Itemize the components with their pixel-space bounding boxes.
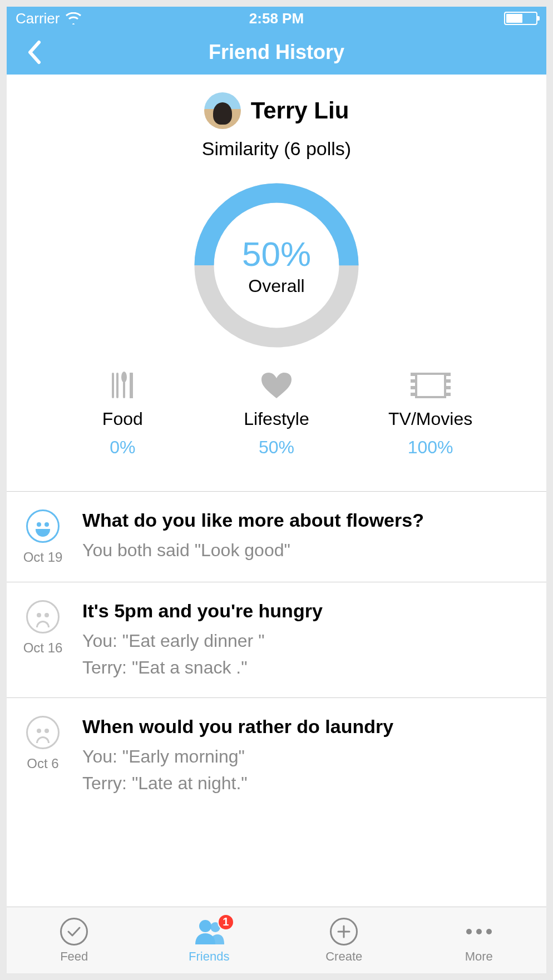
overall-percent: 50% [242, 234, 311, 274]
poll-row[interactable]: Oct 19 What do you like more about flowe… [7, 491, 546, 582]
poll-answer: Terry: "Eat a snack ." [82, 654, 533, 681]
friend-name: Terry Liu [251, 97, 349, 124]
poll-title: It's 5pm and you're hungry [82, 600, 533, 622]
tab-label: Feed [60, 949, 88, 964]
tab-label: Friends [189, 949, 229, 964]
similarity-label: Similarity (6 polls) [7, 138, 546, 160]
tab-create[interactable]: Create [276, 907, 412, 973]
category-value: 100% [408, 437, 453, 458]
svg-rect-2 [112, 373, 114, 398]
sad-face-icon [26, 716, 60, 749]
svg-point-7 [199, 920, 211, 932]
category-label: Lifestyle [244, 409, 309, 429]
status-right [504, 12, 537, 25]
profile-block: Terry Liu Similarity (6 polls) 50% Overa… [7, 75, 546, 491]
clock: 2:58 PM [7, 10, 546, 27]
svg-rect-3 [116, 373, 119, 398]
svg-point-4 [121, 372, 127, 383]
category-label: Food [102, 409, 143, 429]
category-lifestyle[interactable]: Lifestyle 50% [226, 370, 327, 458]
film-icon [415, 370, 446, 401]
back-button[interactable] [27, 30, 42, 75]
tab-friends[interactable]: 1 Friends [142, 907, 277, 973]
nav-bar: Friend History [7, 30, 546, 75]
poll-answer: You both said "Look good" [82, 537, 533, 563]
category-row: Food 0% Lifestyle 50% TV/M [7, 349, 546, 474]
status-bar: Carrier 2:58 PM [7, 7, 546, 30]
check-circle-icon [60, 917, 88, 946]
category-tvmovies[interactable]: TV/Movies 100% [381, 370, 481, 458]
battery-icon [504, 12, 537, 25]
avatar[interactable] [204, 92, 241, 129]
poll-date: Oct 6 [27, 756, 58, 771]
content-area[interactable]: Terry Liu Similarity (6 polls) 50% Overa… [7, 75, 546, 907]
page-title: Friend History [209, 41, 344, 64]
friends-badge: 1 [218, 914, 234, 930]
poll-title: What do you like more about flowers? [82, 509, 533, 531]
category-label: TV/Movies [388, 409, 472, 429]
svg-rect-5 [123, 382, 125, 398]
happy-face-icon [26, 509, 60, 543]
tab-label: More [465, 949, 493, 964]
plus-circle-icon [330, 917, 358, 946]
poll-date: Oct 19 [23, 550, 63, 565]
poll-title: When would you rather do laundry [82, 716, 533, 738]
tab-bar: Feed 1 Friends Create [7, 907, 546, 973]
poll-row[interactable]: Oct 16 It's 5pm and you're hungry You: "… [7, 582, 546, 697]
overall-label: Overall [248, 276, 304, 296]
friends-icon: 1 [193, 917, 225, 946]
tab-feed[interactable]: Feed [7, 907, 142, 973]
poll-row[interactable]: Oct 6 When would you rather do laundry Y… [7, 697, 546, 813]
category-value: 50% [259, 437, 294, 458]
category-food[interactable]: Food 0% [72, 370, 172, 458]
heart-icon [260, 370, 293, 401]
poll-answer: You: "Early morning" [82, 743, 533, 770]
category-value: 0% [110, 437, 135, 458]
utensils-icon [110, 370, 135, 401]
more-icon [466, 917, 492, 946]
overall-donut: 50% Overall [193, 182, 360, 349]
sad-face-icon [26, 600, 60, 633]
poll-answer: You: "Eat early dinner " [82, 627, 533, 654]
tab-label: Create [325, 949, 362, 964]
app-screen: Carrier 2:58 PM Friend History Terry Liu [7, 7, 546, 973]
chevron-left-icon [27, 40, 42, 65]
poll-date: Oct 16 [23, 640, 63, 656]
poll-answer: Terry: "Late at night." [82, 770, 533, 796]
tab-more[interactable]: More [412, 907, 547, 973]
